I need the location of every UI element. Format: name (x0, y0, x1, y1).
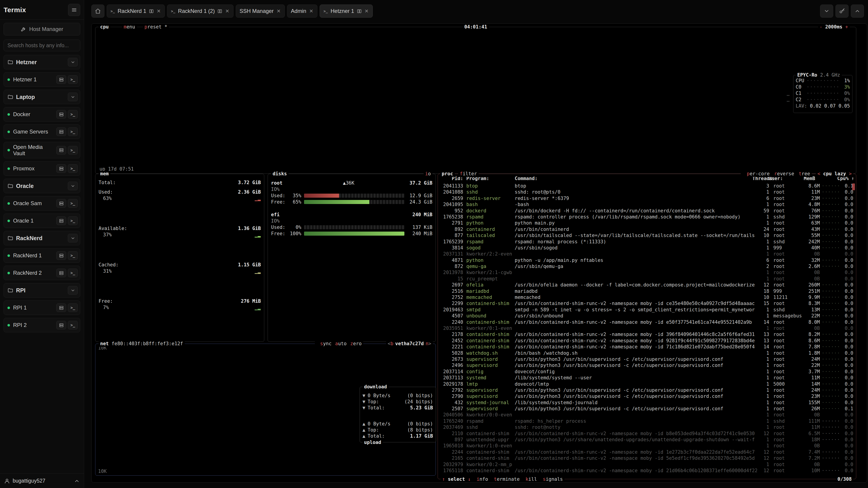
group-collapse-button[interactable] (68, 182, 78, 190)
process-row[interactable]: 2507supervisord/usr/bin/python3 /usr/bin… (440, 406, 854, 412)
sidebar-group-oracle[interactable]: Oracle (4, 179, 80, 193)
btop-filter-button[interactable]: filter (458, 170, 478, 177)
close-icon[interactable]: × (309, 8, 313, 14)
process-row[interactable]: 2165containerd-shim/usr/bin/containerd-s… (440, 455, 854, 461)
host-details-button[interactable] (56, 127, 66, 136)
sidebar-group-rpi[interactable]: RPI (4, 283, 80, 297)
sidebar-host-open-media-vault[interactable]: Open Media Vault>_ (4, 142, 80, 158)
col-command[interactable]: Command: (515, 175, 752, 182)
proc-option-per-core[interactable]: per-core (747, 171, 770, 176)
process-row[interactable]: 4507unbound/usr/sbin/unbound1messagebus2… (440, 313, 854, 319)
host-terminal-button[interactable]: >_ (68, 110, 78, 119)
tabbar-collapse-button[interactable] (820, 4, 833, 18)
close-icon[interactable]: × (364, 8, 369, 14)
host-details-button[interactable] (56, 321, 66, 329)
process-row[interactable]: 2244containerd-shim/usr/bin/containerd-s… (440, 449, 854, 455)
host-terminal-button[interactable]: >_ (68, 127, 78, 136)
btop-menu-button[interactable]: menu (122, 24, 137, 30)
host-terminal-button[interactable]: >_ (68, 251, 78, 260)
proc-scrollbar[interactable] (852, 184, 855, 190)
process-row[interactable]: 2037131kworker/2:2-even1root0B0.0 (440, 251, 854, 257)
process-row[interactable]: 2037114configdovecot/config1root3.7M····… (440, 369, 854, 375)
host-details-button[interactable] (56, 146, 66, 155)
sidebar-host-rpi-2[interactable]: RPI 2>_ (4, 318, 80, 332)
down-arrow-key[interactable]: ↓ (468, 477, 471, 482)
device-next-key[interactable]: n (426, 341, 429, 346)
user-menu[interactable]: bugattiguy527 (0, 474, 84, 488)
host-terminal-button[interactable]: >_ (68, 217, 78, 225)
host-terminal-button[interactable]: >_ (68, 321, 78, 329)
proc-action-kill[interactable]: kill (526, 477, 537, 482)
tab-racknerd-1[interactable]: >_RackNerd 1× (107, 4, 165, 18)
tab-racknerd-1-2[interactable]: >_RackNerd 1 (2)× (167, 4, 233, 18)
ssh-keys-button[interactable] (835, 4, 848, 18)
host-details-button[interactable] (56, 303, 66, 312)
host-details-button[interactable] (56, 75, 66, 84)
group-collapse-button[interactable] (68, 286, 78, 295)
process-row[interactable]: 3814sogod/usr/sbin/sogod199940M······0.0 (440, 245, 854, 251)
host-terminal-button[interactable]: >_ (68, 164, 78, 173)
proc-action-terminate[interactable]: terminate (494, 477, 520, 482)
split-tab-icon[interactable] (149, 9, 154, 13)
process-row[interactable]: 2019463smtpdsmtpd -n 589 -t inet -u -o s… (440, 307, 854, 313)
host-details-button[interactable] (56, 251, 66, 260)
sidebar-host-oracle-1[interactable]: Oracle 1>_ (4, 214, 80, 228)
process-row[interactable]: 2035951kworker/0:1-even1root0B0.0 (440, 325, 854, 331)
process-row[interactable]: 2032979kworker/0:2-mm_p1root0B0.0 (440, 462, 854, 468)
refresh-inc[interactable]: + (845, 24, 848, 30)
host-details-button[interactable] (56, 164, 66, 173)
sidebar-host-game-servers[interactable]: Game Servers>_ (4, 125, 80, 139)
device-prev-key[interactable]: b (391, 341, 394, 346)
process-row[interactable]: 2516mariadbdmariadbd18999251M······0.0 (440, 288, 854, 294)
sidebar-host-hetzner-1[interactable]: Hetzner 1>_ (4, 72, 80, 87)
process-row[interactable]: 2452containerd-shim/usr/bin/containerd-s… (440, 338, 854, 344)
sidebar-group-racknerd[interactable]: RackNerd (4, 231, 80, 246)
process-row[interactable]: 1765239rspamdrspamd: normal process (*:1… (440, 239, 854, 245)
process-row[interactable]: 877tailscaled/usr/sbin/tailscaled --stat… (440, 232, 854, 238)
btop-net-device[interactable]: <bvetha7c27dn> (386, 340, 433, 347)
host-details-button[interactable] (56, 199, 66, 207)
process-row[interactable]: 2659redis-serverredis-server *:63796root… (440, 195, 854, 201)
process-row[interactable]: 2792supervisord/usr/bin/python3 /usr/bin… (440, 387, 854, 393)
sidebar-host-docker[interactable]: Docker>_ (4, 107, 80, 122)
process-row[interactable]: 2029178lmtpdovecot/lmtp1500014M······0.0 (440, 381, 854, 387)
host-terminal-button[interactable]: >_ (68, 199, 78, 207)
split-tab-icon[interactable] (217, 9, 222, 13)
process-row[interactable]: 1765238rspamdrspamd: controller process … (440, 214, 854, 220)
btop-refresh-control[interactable]: - 2000ms + (818, 24, 850, 30)
close-icon[interactable]: × (276, 8, 281, 14)
sidebar-group-hetzner[interactable]: Hetzner (4, 55, 80, 69)
tab-hetzner-1[interactable]: >_Hetzner 1× (320, 4, 373, 18)
search-input[interactable] (4, 39, 80, 51)
process-row[interactable]: 2496supervisord/usr/bin/python3 /usr/bin… (440, 362, 854, 368)
host-details-button[interactable] (56, 217, 66, 225)
chevron-up-icon[interactable] (74, 478, 80, 484)
tabbar-expand-button[interactable] (851, 4, 864, 18)
net-auto-button[interactable]: auto (335, 341, 347, 346)
process-row[interactable]: 892containerd/usr/bin/containerd24root43… (440, 226, 854, 232)
process-row[interactable]: 4871pythonpython -u /app/main.py nftable… (440, 257, 854, 263)
sidebar-host-racknerd-1[interactable]: RackNerd 1>_ (4, 248, 80, 263)
host-details-button[interactable] (56, 110, 66, 119)
process-row[interactable]: 5028watchdog.sh/bin/bash /watchdog.sh1ro… (440, 350, 854, 356)
proc-action-info[interactable]: info (476, 477, 488, 482)
process-row[interactable]: 2178containerd-shim/usr/bin/containerd-s… (440, 331, 854, 337)
process-row[interactable]: 872qemu-ga/usr/sbin/qemu-ga2root2.6M····… (440, 263, 854, 269)
group-collapse-button[interactable] (68, 58, 78, 66)
close-icon[interactable]: × (225, 8, 229, 14)
process-row[interactable]: 2299containerd-shim/usr/bin/containerd-s… (440, 300, 854, 306)
btop-preset-button[interactable]: preset * (143, 24, 169, 30)
process-row[interactable]: 2013978kworker/2:1-cgwb1root0B0.0 (440, 269, 854, 275)
process-row[interactable]: 15rcu_preempt1root0B0.0 (440, 276, 854, 282)
host-terminal-button[interactable]: >_ (68, 146, 78, 155)
group-collapse-button[interactable] (68, 93, 78, 101)
sort-next[interactable]: > (849, 171, 852, 176)
process-row[interactable]: 952dockerd/usr/bin/dockerd -H fd:// --co… (440, 208, 854, 214)
process-row[interactable]: 2041095bash-bash1root4.8M······0.0 (440, 201, 854, 207)
net-zero-button[interactable]: zero (350, 341, 362, 346)
process-row[interactable]: 897unattended-upgr/usr/bin/python3 /usr/… (440, 437, 854, 443)
process-row[interactable]: 2037113systemd/lib/systemd/systemd --use… (440, 375, 854, 381)
host-terminal-button[interactable]: >_ (68, 303, 78, 312)
proc-action-signals[interactable]: signals (543, 477, 563, 482)
proc-option-tree[interactable]: tree (799, 171, 810, 176)
